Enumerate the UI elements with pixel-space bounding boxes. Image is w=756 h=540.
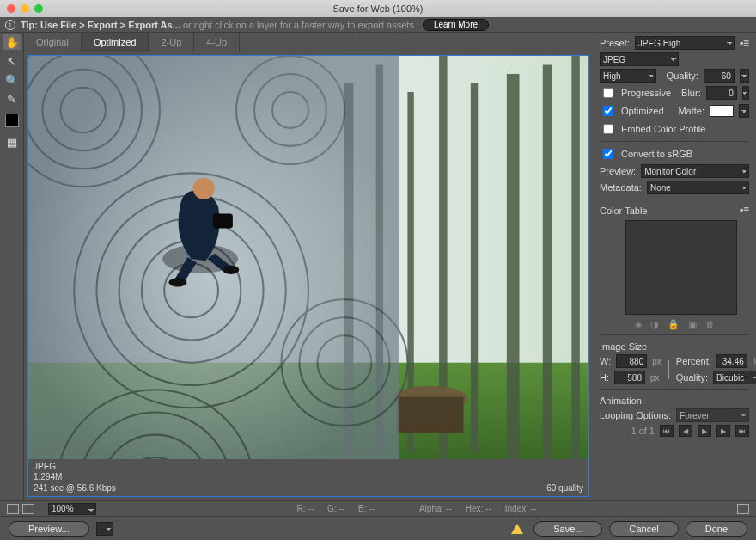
animation-label: Animation — [600, 396, 749, 406]
ct-new-icon[interactable]: ▣ — [688, 319, 697, 330]
ct-shift-icon[interactable]: ◑ — [650, 319, 659, 330]
svg-rect-9 — [571, 56, 579, 462]
toggle-slices-visibility[interactable]: ▦ — [3, 134, 21, 150]
ct-snap-icon[interactable]: ◈ — [635, 319, 642, 330]
anim-last-button[interactable]: ⏭ — [735, 425, 749, 437]
frame-counter: 1 of 1 — [631, 426, 655, 436]
info-bar: 100% R: -- G: -- B: -- Alpha: -- Hex: --… — [0, 500, 756, 516]
eyedropper-tool[interactable]: ✎ — [3, 91, 21, 107]
settings-panel: Preset: JPEG High ▪≡ JPEG High Quality: … — [593, 33, 756, 500]
ct-lock-icon[interactable]: 🔒 — [668, 319, 680, 330]
done-button[interactable]: Done — [686, 521, 747, 537]
anim-next-button[interactable]: ▶ — [716, 425, 730, 437]
blur-label: Blur: — [681, 88, 701, 98]
toggle-dither-icon[interactable] — [22, 504, 34, 514]
tab-2up[interactable]: 2-Up — [149, 33, 194, 52]
preset-label: Preset: — [600, 38, 630, 48]
constrain-proportions-icon[interactable] — [668, 360, 669, 379]
height-input[interactable] — [614, 371, 645, 384]
zoom-select[interactable]: 100% — [48, 503, 96, 515]
percent-label: Percent: — [676, 356, 711, 366]
width-input[interactable] — [616, 354, 647, 368]
svg-rect-11 — [397, 397, 464, 433]
preview-tabs: Original Optimized 2-Up 4-Up — [24, 33, 593, 52]
quality-slider-dropdown[interactable] — [740, 69, 749, 83]
browser-icon[interactable] — [737, 504, 749, 514]
anim-play-button[interactable]: ▶ — [698, 425, 711, 437]
preview-browser-select[interactable] — [96, 522, 113, 536]
preview-status: JPEG 1.294M 241 sec @ 56.6 Kbps 60 quali… — [28, 459, 588, 497]
embed-profile-label: Embed Color Profile — [621, 124, 705, 134]
svg-point-36 — [223, 265, 239, 273]
info-icon: i — [5, 20, 15, 30]
width-label: W: — [600, 356, 611, 366]
looping-label: Looping Options: — [600, 410, 671, 420]
color-table-menu-icon[interactable]: ▪≡ — [740, 204, 749, 216]
footer: Preview... Save... Cancel Done — [0, 516, 756, 540]
preset-menu-icon[interactable]: ▪≡ — [740, 37, 749, 49]
color-table-label: Color Table — [600, 206, 647, 216]
cancel-button[interactable]: Cancel — [609, 521, 678, 537]
close-window-button[interactable] — [7, 4, 15, 13]
window-title: Save for Web (100%) — [333, 3, 424, 14]
hand-tool[interactable]: ✋ — [3, 34, 21, 50]
tab-4up[interactable]: 4-Up — [194, 33, 240, 52]
tip-text-rest: or right click on a layer for a faster w… — [183, 20, 414, 30]
matte-label: Matte: — [678, 106, 704, 116]
quality-type-select[interactable]: High — [600, 69, 656, 83]
anim-first-button[interactable]: ⏮ — [660, 425, 674, 437]
matte-dropdown[interactable] — [739, 104, 749, 118]
svg-rect-7 — [507, 74, 520, 471]
ct-trash-icon[interactable]: 🗑 — [705, 319, 715, 330]
progressive-checkbox[interactable] — [603, 88, 613, 98]
minimize-window-button[interactable] — [21, 4, 29, 13]
window-titlebar: Save for Web (100%) — [0, 0, 756, 17]
format-select[interactable]: JPEG — [600, 52, 679, 66]
preview-filesize: 1.294M — [34, 472, 116, 483]
image-preview[interactable]: JPEG 1.294M 241 sec @ 56.6 Kbps 60 quali… — [27, 55, 589, 497]
quality-label: Quality: — [667, 71, 698, 81]
learn-more-button[interactable]: Learn More — [423, 19, 489, 31]
blur-slider-dropdown[interactable] — [742, 86, 749, 100]
readout-index: Index: -- — [505, 504, 537, 513]
warning-icon — [511, 524, 523, 534]
readout-b: B: -- — [358, 504, 375, 513]
convert-srgb-label: Convert to sRGB — [621, 149, 692, 159]
readout-alpha: Alpha: -- — [419, 504, 452, 513]
percent-input[interactable] — [716, 354, 747, 368]
save-button[interactable]: Save... — [533, 521, 602, 537]
readout-hex: Hex: -- — [466, 504, 491, 513]
looping-select: Forever — [676, 408, 749, 422]
preset-select[interactable]: JPEG High — [635, 36, 735, 50]
svg-rect-6 — [471, 83, 478, 452]
embed-profile-checkbox[interactable] — [603, 124, 613, 134]
zoom-tool[interactable]: 🔍 — [3, 72, 21, 88]
convert-srgb-checkbox[interactable] — [603, 149, 613, 159]
maximize-window-button[interactable] — [34, 4, 43, 13]
tool-strip: ✋ ↖ 🔍 ✎ ▦ — [0, 33, 24, 500]
tab-original[interactable]: Original — [24, 33, 82, 52]
color-table-tools: ◈ ◑ 🔒 ▣ 🗑 — [600, 319, 749, 330]
tab-optimized[interactable]: Optimized — [82, 33, 149, 52]
matte-swatch[interactable] — [710, 105, 734, 117]
progressive-label: Progressive — [621, 88, 671, 98]
color-table — [625, 220, 737, 315]
toggle-optimize-icon[interactable] — [7, 504, 19, 514]
metadata-select[interactable]: None — [647, 181, 749, 194]
svg-point-33 — [193, 178, 215, 199]
height-unit: px — [650, 373, 660, 383]
svg-rect-8 — [543, 64, 552, 462]
anim-prev-button[interactable]: ◀ — [679, 425, 692, 437]
resample-quality-select[interactable]: Bicubic — [713, 371, 756, 384]
optimized-checkbox[interactable] — [603, 106, 613, 116]
image-size-label: Image Size — [600, 341, 749, 352]
eyedropper-color-swatch[interactable] — [5, 114, 19, 127]
blur-input[interactable] — [706, 86, 737, 100]
readout-r: R: -- — [297, 504, 314, 513]
optimized-label: Optimized — [621, 106, 664, 116]
preview-color-select[interactable]: Monitor Color — [641, 164, 749, 178]
slice-select-tool[interactable]: ↖ — [3, 53, 21, 69]
tip-bar: i Tip: Use File > Export > Export As... … — [0, 17, 756, 33]
quality-input[interactable] — [704, 69, 735, 83]
preview-button[interactable]: Preview... — [9, 521, 89, 537]
